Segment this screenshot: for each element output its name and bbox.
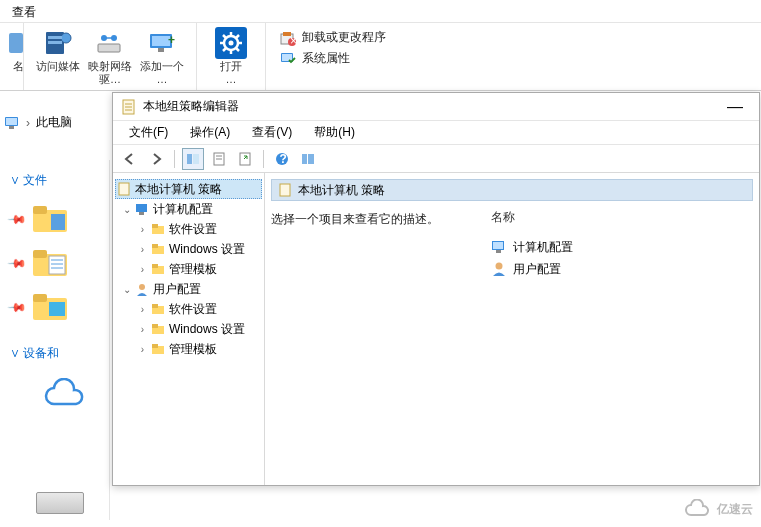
cloud-icon[interactable]: [40, 378, 88, 412]
chevron-right-icon[interactable]: ›: [26, 116, 30, 130]
menu-action[interactable]: 操作(A): [180, 122, 240, 143]
expand-icon[interactable]: ›: [137, 264, 148, 275]
pin-icon: 📌: [7, 297, 28, 318]
svg-rect-73: [152, 344, 158, 348]
svg-text:×: ×: [290, 34, 296, 46]
svg-rect-10: [158, 48, 164, 52]
window-title: 本地组策略编辑器: [143, 98, 239, 115]
svg-rect-77: [496, 250, 501, 253]
system-properties-button[interactable]: 系统属性: [280, 50, 386, 67]
details-list[interactable]: 名称 计算机配置 用户配置: [491, 207, 753, 479]
collapse-icon[interactable]: ⌄: [121, 204, 132, 215]
tree-software-settings-2[interactable]: ›软件设置: [115, 299, 262, 319]
svg-rect-48: [187, 154, 192, 164]
expand-icon[interactable]: ›: [137, 224, 148, 235]
list-item-user[interactable]: 用户配置: [491, 258, 753, 280]
svg-point-14: [229, 41, 234, 46]
cloud-logo-icon: [683, 499, 711, 519]
breadcrumb-thispc[interactable]: 此电脑: [36, 114, 72, 131]
gear-box-icon: [215, 27, 247, 59]
svg-text:+: +: [168, 33, 175, 47]
add-one-button[interactable]: + 添加一个 …: [136, 25, 188, 86]
media-server-icon: [42, 28, 74, 58]
ribbon-group-system: × 卸载或更改程序 系统属性: [266, 23, 400, 90]
svg-rect-28: [282, 54, 292, 61]
folder-icon: [33, 204, 69, 234]
policy-doc-icon: [278, 183, 292, 197]
svg-point-78: [496, 263, 503, 270]
help-button[interactable]: ?: [271, 148, 293, 170]
mmc-title-bar[interactable]: 本地组策略编辑器 —: [113, 93, 759, 121]
uninstall-programs-button[interactable]: × 卸载或更改程序: [280, 29, 386, 46]
explorer-sidebar: ∨ 文件 📌 📌 📌 ∨ 设备和: [0, 160, 110, 520]
back-button[interactable]: [119, 148, 141, 170]
svg-rect-58: [119, 183, 129, 195]
svg-point-67: [139, 284, 145, 290]
tree-admin-templates-1[interactable]: ›管理模板: [115, 259, 262, 279]
list-item-computer[interactable]: 计算机配置: [491, 236, 753, 258]
computer-icon: [135, 202, 149, 216]
drive-icon[interactable]: [36, 492, 84, 514]
collapse-icon[interactable]: ⌄: [121, 284, 132, 295]
policy-tree[interactable]: 本地计算机 策略 ⌄ 计算机配置 ›软件设置 ›Windows 设置 ›管理模板…: [113, 173, 265, 485]
monitor-icon: [4, 115, 20, 131]
details-header: 本地计算机 策略: [271, 179, 753, 201]
svg-rect-37: [49, 256, 65, 274]
expand-icon[interactable]: ›: [137, 344, 148, 355]
quick-folder-2[interactable]: 📌: [10, 241, 109, 285]
map-network-drive-button[interactable]: 映射网络 驱…: [84, 25, 136, 86]
tree-software-settings-1[interactable]: ›软件设置: [115, 219, 262, 239]
svg-rect-60: [139, 212, 144, 215]
menu-file[interactable]: 文件(F): [119, 122, 178, 143]
svg-rect-71: [152, 324, 158, 328]
pin-icon: 📌: [7, 209, 28, 230]
user-icon: [135, 282, 149, 296]
watermark: 亿速云: [683, 499, 753, 519]
folder-icon: [151, 242, 165, 256]
expand-icon[interactable]: ›: [137, 324, 148, 335]
folder-icon: [151, 222, 165, 236]
mmc-menu-bar: 文件(F) 操作(A) 查看(V) 帮助(H): [113, 121, 759, 145]
svg-rect-3: [48, 36, 62, 39]
minimize-button[interactable]: —: [719, 98, 751, 116]
monitor-check-icon: [280, 51, 296, 67]
column-name[interactable]: 名称: [491, 207, 753, 236]
svg-rect-0: [9, 33, 23, 53]
quick-folder-3[interactable]: 📌: [10, 285, 109, 329]
expand-icon[interactable]: ›: [137, 304, 148, 315]
svg-rect-5: [98, 44, 120, 52]
svg-rect-74: [280, 184, 290, 196]
tree-admin-templates-2[interactable]: ›管理模板: [115, 339, 262, 359]
svg-rect-62: [152, 224, 158, 228]
tree-root[interactable]: 本地计算机 策略: [115, 179, 262, 199]
svg-rect-69: [152, 304, 158, 308]
tree-user-config[interactable]: ⌄ 用户配置: [115, 279, 262, 299]
tree-computer-config[interactable]: ⌄ 计算机配置: [115, 199, 262, 219]
svg-rect-66: [152, 264, 158, 268]
sidebar-section-files[interactable]: ∨ 文件: [10, 172, 109, 189]
ribbon-group-open: 打开 …: [197, 23, 266, 90]
tree-windows-settings-2[interactable]: ›Windows 设置: [115, 319, 262, 339]
quick-folder-1[interactable]: 📌: [10, 197, 109, 241]
access-media-button[interactable]: 访问媒体: [32, 25, 84, 73]
forward-button[interactable]: [145, 148, 167, 170]
properties-button[interactable]: [208, 148, 230, 170]
tab-view[interactable]: 查看: [0, 0, 48, 25]
sidebar-section-devices[interactable]: ∨ 设备和: [10, 345, 109, 362]
show-hide-tree-button[interactable]: [182, 148, 204, 170]
map-drive-icon: [94, 30, 126, 56]
expand-icon[interactable]: ›: [137, 244, 148, 255]
menu-help[interactable]: 帮助(H): [304, 122, 365, 143]
details-pane: 本地计算机 策略 选择一个项目来查看它的描述。 名称 计算机配置 用户配置: [265, 173, 759, 485]
export-button[interactable]: [234, 148, 256, 170]
mmc-toolbar: ?: [113, 145, 759, 173]
ribbon: 名 访问媒体 映射网络 驱… + 添加一个 … 打开 … × 卸载或更改程序: [0, 23, 761, 91]
pin-icon: 📌: [7, 253, 28, 274]
svg-rect-76: [493, 242, 503, 249]
filter-button[interactable]: [297, 148, 319, 170]
svg-rect-30: [6, 118, 17, 125]
tree-windows-settings-1[interactable]: ›Windows 设置: [115, 239, 262, 259]
menu-view[interactable]: 查看(V): [242, 122, 302, 143]
ribbon-group-stub: 名: [0, 23, 24, 90]
open-settings-button[interactable]: 打开 …: [205, 25, 257, 86]
